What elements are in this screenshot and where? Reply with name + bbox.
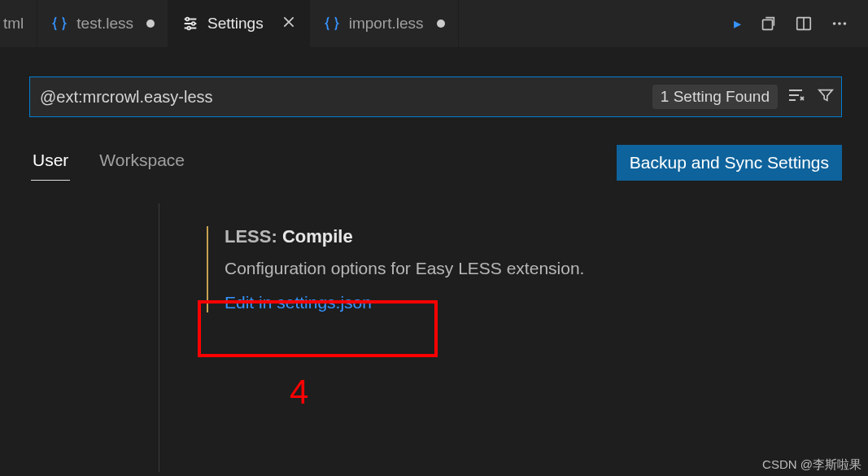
tab-bar: tml test.less Settings import.less ▸ (0, 0, 868, 47)
svg-point-6 (838, 22, 841, 25)
tab-label: import.less (349, 15, 424, 33)
dirty-indicator-icon (437, 20, 445, 28)
tab-label: test.less (76, 15, 133, 33)
svg-point-2 (187, 27, 190, 30)
svg-rect-3 (763, 20, 773, 29)
setting-name: Compile (282, 226, 353, 247)
open-json-icon[interactable] (759, 15, 777, 33)
annotation-number: 4 (290, 373, 308, 412)
close-icon[interactable] (281, 15, 296, 33)
scope-tabs: User Workspace Backup and Sync Settings (29, 145, 842, 181)
svg-point-7 (844, 22, 847, 25)
watermark: CSDN @李斯啦果 (762, 457, 861, 473)
results-count-badge: 1 Setting Found (652, 85, 778, 109)
clear-filter-icon[interactable] (786, 85, 805, 108)
scope-user-tab[interactable]: User (31, 146, 70, 181)
scope-workspace-tab[interactable]: Workspace (98, 146, 186, 180)
tab-import-less[interactable]: import.less (310, 0, 459, 47)
settings-list: LESS: Compile Configuration options for … (159, 203, 842, 472)
settings-tree (29, 203, 159, 472)
svg-point-5 (833, 22, 836, 25)
braces-icon (323, 15, 341, 33)
editor-actions: ▸ (714, 0, 868, 47)
run-icon[interactable]: ▸ (734, 15, 741, 33)
tab-test-less[interactable]: test.less (37, 0, 168, 47)
dirty-indicator-icon (146, 20, 155, 28)
setting-title: LESS: Compile (225, 226, 842, 247)
svg-point-1 (192, 22, 195, 25)
backup-sync-button[interactable]: Backup and Sync Settings (617, 145, 842, 181)
settings-editor: 1 Setting Found User Workspace Backup an… (0, 47, 868, 472)
svg-point-0 (186, 18, 190, 21)
edit-in-settings-json-link[interactable]: Edit in settings.json (225, 293, 372, 312)
settings-search-input[interactable] (40, 88, 652, 107)
more-icon[interactable] (831, 15, 848, 33)
tab-html[interactable]: tml (0, 0, 37, 47)
filter-icon[interactable] (817, 86, 835, 107)
braces-icon (50, 15, 68, 33)
split-editor-icon[interactable] (795, 15, 813, 33)
tab-label: Settings (207, 15, 264, 33)
setting-item-less-compile: LESS: Compile Configuration options for … (207, 226, 842, 312)
tab-settings[interactable]: Settings (168, 0, 310, 47)
sliders-icon (181, 15, 199, 33)
setting-description: Configuration options for Easy LESS exte… (225, 259, 842, 278)
tab-label: tml (3, 15, 24, 33)
settings-search: 1 Setting Found (29, 76, 842, 117)
setting-category: LESS: (225, 226, 282, 247)
